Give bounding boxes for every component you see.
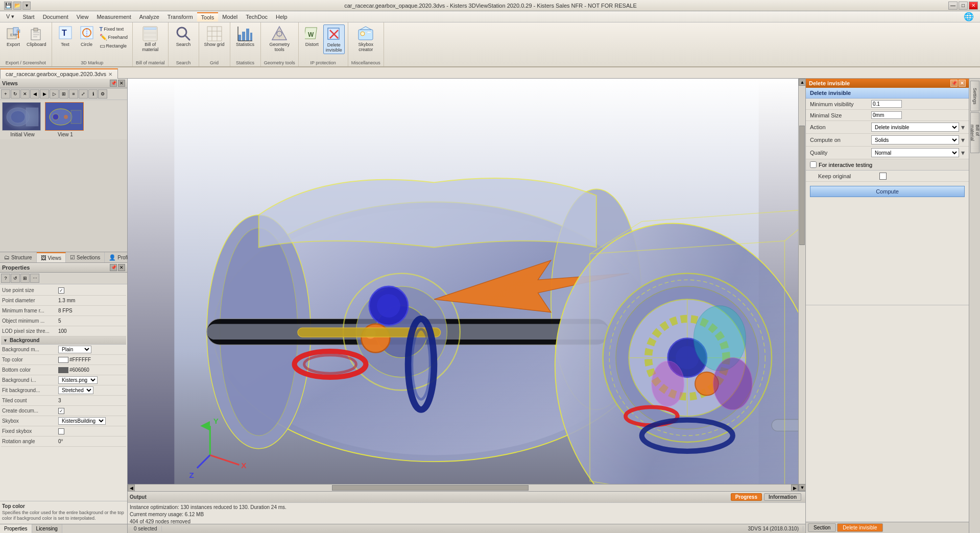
text-button[interactable]: T Text bbox=[55, 25, 76, 48]
keep-original-checkbox[interactable] bbox=[879, 173, 887, 180]
clipboard-button[interactable]: Clipboard bbox=[25, 25, 49, 48]
views-tb-left[interactable]: ◀ bbox=[30, 89, 39, 99]
background-section[interactable]: ▼ Background bbox=[1, 336, 126, 345]
bottom-color-swatch[interactable] bbox=[58, 367, 68, 373]
file-tab-close[interactable]: ✕ bbox=[108, 71, 112, 77]
section-bottom-tab[interactable]: Section bbox=[808, 523, 836, 532]
views-tb-settings[interactable]: ⚙ bbox=[98, 89, 107, 99]
geometry-button[interactable]: Geometrytools bbox=[267, 25, 292, 53]
props-close-btn[interactable]: ✕ bbox=[118, 264, 125, 271]
compute-on-select[interactable]: Solids All Selected bbox=[871, 135, 959, 144]
menu-transform[interactable]: Transform bbox=[163, 13, 197, 21]
for-interactive-section[interactable]: For interactive testing bbox=[806, 159, 969, 171]
views-tb-new[interactable]: + bbox=[1, 89, 10, 99]
freehand-button[interactable]: ✏️ Freehand bbox=[98, 33, 130, 41]
views-tb-grid[interactable]: ⊞ bbox=[59, 89, 68, 99]
vp-sb-up-btn[interactable]: ▲ bbox=[799, 79, 805, 86]
prop-fixed-skybox-checkbox[interactable] bbox=[58, 428, 64, 434]
bom-side-tab[interactable]: Bill ofmaterial bbox=[970, 112, 979, 153]
views-close-btn[interactable]: ✕ bbox=[118, 80, 125, 87]
globe-icon[interactable]: 🌐 bbox=[960, 12, 978, 21]
top-color-swatch[interactable] bbox=[58, 357, 68, 363]
views-tb-right[interactable]: ▶ bbox=[40, 89, 49, 99]
licensing-bottom-tab[interactable]: Licensing bbox=[32, 524, 62, 533]
props-pin-btn[interactable]: 📌 bbox=[110, 264, 117, 271]
vp-sb-horizontal-thumb[interactable] bbox=[332, 485, 529, 491]
vp-sb-down-btn[interactable]: ▼ bbox=[799, 484, 805, 491]
action-dropdown-arrow[interactable]: ▾ bbox=[961, 123, 965, 131]
save-quick-btn[interactable]: 💾 bbox=[4, 2, 12, 10]
prop-bg-mode-select[interactable]: PlainGradientImage bbox=[58, 346, 91, 353]
props-tb-2[interactable]: ↺ bbox=[11, 274, 20, 283]
vp-sb-right-btn[interactable]: ▶ bbox=[791, 484, 798, 492]
menu-document[interactable]: Document bbox=[39, 13, 73, 21]
prop-skybox-select[interactable]: KistersBuilding bbox=[58, 417, 106, 425]
for-interactive-checkbox[interactable] bbox=[810, 161, 817, 168]
views-tb-expand[interactable]: ⤢ bbox=[79, 89, 88, 99]
menu-help[interactable]: Help bbox=[272, 13, 292, 21]
distort-button[interactable]: W Distort bbox=[302, 25, 322, 48]
delete-invisible-bottom-tab[interactable]: Delete invisible bbox=[837, 523, 882, 532]
right-panel-close[interactable]: ✕ bbox=[959, 80, 966, 87]
minimize-button[interactable]: — bbox=[948, 2, 958, 10]
prop-fit-bg-select[interactable]: StretchedTiledCentered bbox=[58, 386, 93, 394]
views-pin-btn[interactable]: 📌 bbox=[110, 80, 117, 87]
prop-bg-img-select[interactable]: Kisters.png bbox=[58, 376, 98, 384]
search-button[interactable]: Search bbox=[173, 25, 194, 48]
vp-sb-vertical-track[interactable] bbox=[799, 86, 805, 484]
bom-button[interactable]: Bill ofmaterial bbox=[140, 25, 160, 53]
open-quick-btn[interactable]: 📂 bbox=[13, 2, 21, 10]
circle-button[interactable]: Circle bbox=[77, 25, 97, 48]
views-tb-info[interactable]: ℹ bbox=[88, 89, 98, 99]
menu-techdoc[interactable]: TechDoc bbox=[242, 13, 272, 21]
statistics-button[interactable]: Statistics bbox=[234, 25, 256, 48]
skybox-button[interactable]: Skyboxcreator bbox=[355, 25, 376, 53]
structure-tab[interactable]: 🗂 Structure bbox=[0, 252, 37, 262]
menu-measurement[interactable]: Measurement bbox=[92, 13, 135, 21]
properties-bottom-tab[interactable]: Properties bbox=[0, 524, 32, 533]
menu-v[interactable]: V ▾ bbox=[2, 12, 18, 21]
menu-view[interactable]: View bbox=[73, 13, 93, 21]
fixed-text-button[interactable]: T Fixed text bbox=[98, 26, 130, 33]
quality-dropdown-arrow[interactable]: ▾ bbox=[961, 149, 965, 157]
export-button[interactable]: EXP Export bbox=[3, 25, 23, 48]
menu-model[interactable]: Model bbox=[218, 13, 242, 21]
compute-button[interactable]: Compute bbox=[810, 186, 965, 197]
viewport[interactable]: Y X Z ▲ ▼ ◀ bbox=[128, 79, 805, 533]
vp-sb-vertical-thumb[interactable] bbox=[799, 126, 805, 245]
views-tb-delete[interactable]: ✕ bbox=[20, 89, 30, 99]
views-tb-update[interactable]: ↻ bbox=[11, 89, 20, 99]
props-tb-4[interactable]: ⋯ bbox=[30, 274, 39, 283]
minimal-size-input[interactable] bbox=[871, 111, 902, 119]
views-tb-anim[interactable]: ▷ bbox=[50, 89, 59, 99]
close-button[interactable]: ✕ bbox=[969, 2, 978, 10]
menu-tools[interactable]: Tools bbox=[197, 12, 219, 21]
views-tb-list[interactable]: ≡ bbox=[69, 89, 78, 99]
prop-create-doc-checkbox[interactable] bbox=[58, 408, 64, 414]
rectangle-button[interactable]: ▭ Rectangle bbox=[98, 42, 130, 50]
vp-sb-left-btn[interactable]: ◀ bbox=[128, 484, 135, 492]
selections-tab[interactable]: ☑ Selections bbox=[66, 252, 105, 262]
showgrid-button[interactable]: Show grid bbox=[202, 25, 227, 48]
information-tab[interactable]: Information bbox=[764, 493, 801, 501]
quality-select[interactable]: Normal High Low bbox=[871, 148, 959, 157]
maximize-button[interactable]: □ bbox=[959, 2, 968, 10]
vp-sb-horizontal-track[interactable] bbox=[135, 484, 791, 491]
delete-invisible-button[interactable]: Deleteinvisible bbox=[323, 25, 345, 54]
min-visibility-input[interactable] bbox=[871, 100, 902, 108]
settings-side-tab[interactable]: Settings bbox=[970, 81, 979, 111]
initial-view-thumb[interactable]: Initial View bbox=[2, 102, 43, 137]
action-select[interactable]: Delete invisible Hide invisible Select i… bbox=[871, 123, 959, 132]
compute-on-dropdown-arrow[interactable]: ▾ bbox=[961, 136, 965, 144]
props-tb-1[interactable]: ? bbox=[1, 274, 10, 283]
prop-use-point-size-checkbox[interactable] bbox=[58, 287, 64, 294]
progress-tab[interactable]: Progress bbox=[731, 493, 762, 501]
menu-start[interactable]: Start bbox=[18, 13, 38, 21]
right-panel-pin[interactable]: 📌 bbox=[950, 80, 958, 87]
view1-thumb[interactable]: View 1 bbox=[45, 102, 86, 137]
file-tab[interactable]: car_racecar.gearbox_opaque.2020.3dvs ✕ bbox=[0, 68, 118, 79]
dropdown-quick-btn[interactable]: ▾ bbox=[22, 2, 31, 10]
props-tb-3[interactable]: ⊞ bbox=[20, 274, 30, 283]
menu-analyze[interactable]: Analyze bbox=[135, 13, 163, 21]
views-nav-tab[interactable]: 🖼 Views bbox=[37, 252, 66, 262]
